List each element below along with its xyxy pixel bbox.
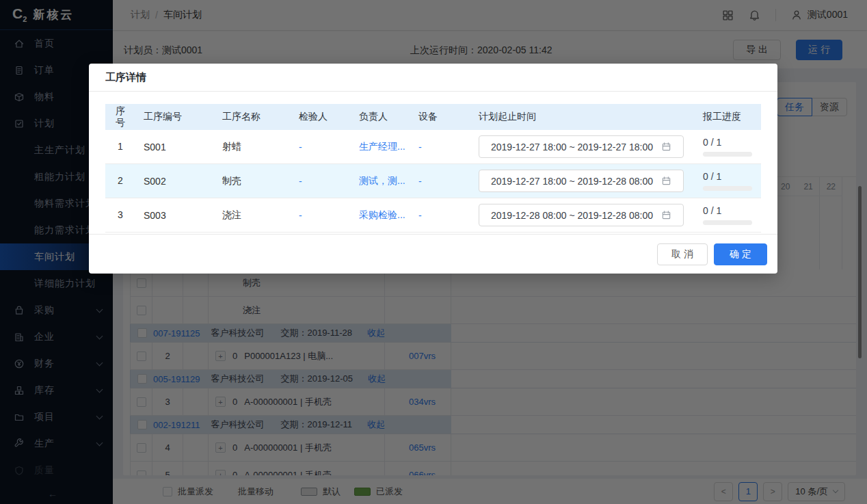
column-header-2: 工序编号 xyxy=(135,111,214,123)
progress-bar xyxy=(703,186,752,191)
progress-text: 0 / 1 xyxy=(703,205,761,216)
modal-footer: 取 消 确 定 xyxy=(89,234,777,274)
inspector-link[interactable]: - xyxy=(291,176,351,187)
column-header-5: 负责人 xyxy=(351,111,410,123)
row-seq: 1 xyxy=(105,141,135,153)
device-link[interactable]: - xyxy=(410,142,470,152)
inspector-link[interactable]: - xyxy=(291,142,351,152)
process-name: 制壳 xyxy=(214,175,291,187)
calendar-icon xyxy=(661,210,671,220)
process-code: S001 xyxy=(135,142,214,152)
owner-link[interactable]: 采购检验... xyxy=(359,209,405,220)
modal-header: 工序详情 xyxy=(89,64,777,92)
process-code: S002 xyxy=(135,176,214,187)
confirm-button[interactable]: 确 定 xyxy=(714,243,767,265)
process-detail-row: 1S001射蜡-生产经理...-2019-12-27 18:00 ~ 2019-… xyxy=(105,130,761,164)
device-link[interactable]: - xyxy=(410,176,470,187)
column-header-7: 计划起止时间 xyxy=(470,111,695,123)
inspector-link[interactable]: - xyxy=(291,210,351,221)
cancel-button[interactable]: 取 消 xyxy=(657,243,708,265)
app-root: C2 新核云 首页订单物料计划主生产计划粗能力计划物料需求计划能力需求计划车间计… xyxy=(0,0,867,504)
modal-body: 序号工序编号工序名称检验人负责人设备计划起止时间报工进度 1S001射蜡-生产经… xyxy=(89,92,777,233)
device-link[interactable]: - xyxy=(410,210,470,221)
process-name: 浇注 xyxy=(214,209,291,222)
row-seq: 2 xyxy=(105,175,135,187)
column-header-3: 工序名称 xyxy=(214,111,291,123)
progress-bar xyxy=(703,220,752,225)
process-code: S003 xyxy=(135,210,214,221)
progress-bar xyxy=(703,152,752,157)
process-detail-modal: 工序详情 序号工序编号工序名称检验人负责人设备计划起止时间报工进度 1S001射… xyxy=(89,64,777,274)
modal-title: 工序详情 xyxy=(105,71,146,83)
progress-text: 0 / 1 xyxy=(703,137,761,148)
date-range-input[interactable]: 2019-12-27 18:00 ~ 2019-12-27 18:00 xyxy=(479,135,684,158)
column-header-8: 报工进度 xyxy=(695,111,761,123)
owner-link[interactable]: 生产经理... xyxy=(359,141,405,152)
date-range-input[interactable]: 2019-12-27 18:00 ~ 2019-12-28 08:00 xyxy=(479,170,684,192)
progress-text: 0 / 1 xyxy=(703,171,761,182)
process-detail-row: 2S002制壳-测试，测...-2019-12-27 18:00 ~ 2019-… xyxy=(105,164,761,198)
date-range-input[interactable]: 2019-12-28 08:00 ~ 2019-12-28 08:00 xyxy=(479,204,684,226)
process-table-header: 序号工序编号工序名称检验人负责人设备计划起止时间报工进度 xyxy=(105,104,761,130)
calendar-icon xyxy=(661,176,671,186)
process-detail-row: 3S003浇注-采购检验...-2019-12-28 08:00 ~ 2019-… xyxy=(105,198,761,233)
calendar-icon xyxy=(661,142,671,152)
column-header-4: 检验人 xyxy=(291,111,351,123)
column-header-1: 序号 xyxy=(105,105,135,129)
process-table: 序号工序编号工序名称检验人负责人设备计划起止时间报工进度 1S001射蜡-生产经… xyxy=(105,104,761,233)
process-table-body: 1S001射蜡-生产经理...-2019-12-27 18:00 ~ 2019-… xyxy=(105,130,761,233)
process-name: 射蜡 xyxy=(214,141,291,153)
owner-link[interactable]: 测试，测... xyxy=(359,175,405,186)
row-seq: 3 xyxy=(105,209,135,222)
column-header-6: 设备 xyxy=(410,111,470,123)
